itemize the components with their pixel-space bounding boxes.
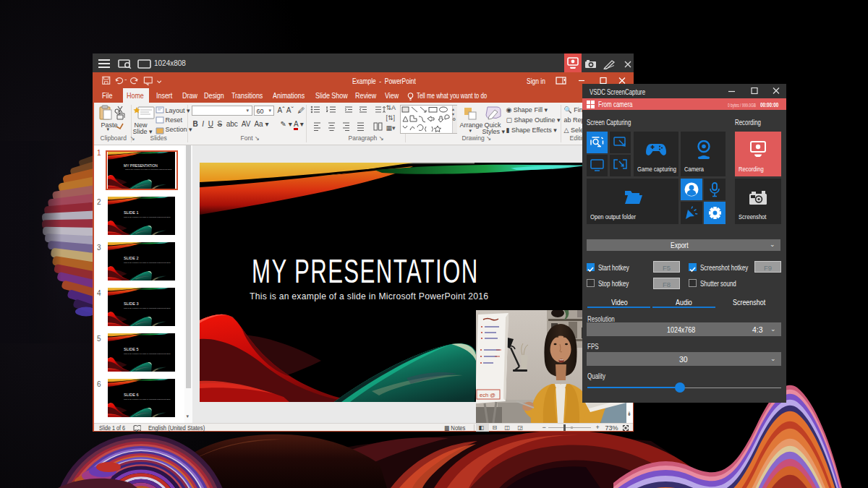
svg-text:ech @: ech @ [480,392,495,398]
